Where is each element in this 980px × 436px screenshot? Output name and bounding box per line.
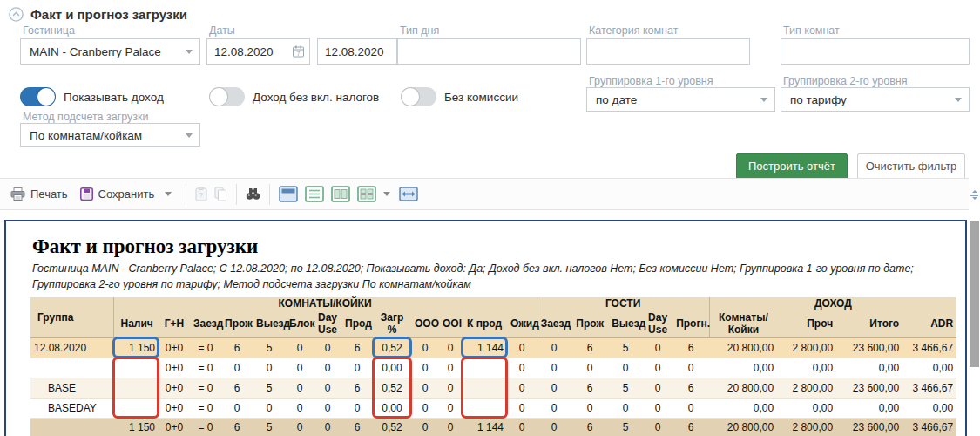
room-type-field[interactable] bbox=[781, 38, 970, 65]
toggle-show-income[interactable]: Показывать доход bbox=[20, 87, 164, 106]
toggle-income-no-tax[interactable]: Доход без вкл. налогов bbox=[209, 87, 379, 106]
printer-icon bbox=[10, 187, 25, 201]
table-cell: 0+0 bbox=[159, 378, 190, 398]
page-header-view-button[interactable] bbox=[279, 186, 298, 202]
table-cell: 6 bbox=[341, 337, 373, 358]
grouping1-select[interactable]: по дате bbox=[586, 87, 775, 112]
toggle-switch[interactable] bbox=[209, 87, 245, 106]
table-cell bbox=[462, 398, 507, 418]
room-category-input[interactable] bbox=[587, 39, 749, 64]
chevron-down-icon[interactable] bbox=[383, 192, 390, 196]
table-cell: 20 800,00 bbox=[709, 337, 777, 358]
column-header: Прогн. bbox=[672, 310, 709, 337]
clear-filter-button[interactable]: Очистить фильтр bbox=[857, 153, 965, 179]
grouping2-select[interactable]: по тарифу bbox=[781, 87, 970, 112]
table-cell: 23 600,00 bbox=[836, 378, 902, 398]
table-cell: 0 bbox=[314, 358, 341, 378]
table-cell bbox=[30, 418, 113, 436]
table-cell: 0 bbox=[439, 398, 462, 418]
table-row: 1 1500+0= 0650060,52001 14400650620 800,… bbox=[30, 418, 956, 436]
table-cell: 6 bbox=[341, 418, 373, 436]
table-cell: 0 bbox=[286, 418, 314, 436]
table-cell: 1 150 bbox=[113, 337, 159, 358]
copy-icon bbox=[214, 187, 227, 201]
table-cell: 0 bbox=[608, 358, 643, 378]
single-page-view-button[interactable] bbox=[305, 186, 324, 202]
chevron-down-icon bbox=[955, 98, 962, 102]
table-cell: 0 bbox=[221, 398, 253, 418]
table-cell: 0 bbox=[439, 358, 462, 378]
table-cell: 0,00 bbox=[777, 358, 836, 378]
toggle-no-commission[interactable]: Без комиссии bbox=[401, 87, 518, 106]
table-cell: 0 bbox=[507, 358, 537, 378]
date-from-field[interactable]: 7 bbox=[206, 38, 310, 65]
room-category-field[interactable] bbox=[586, 38, 750, 65]
table-cell: 0,52 bbox=[373, 418, 411, 436]
table-cell: 0 bbox=[286, 398, 314, 418]
table-cell: 20 800,00 bbox=[709, 378, 777, 398]
table-cell: 6 bbox=[571, 418, 608, 436]
calendar-icon[interactable]: 7 bbox=[293, 45, 304, 58]
column-header: Проч bbox=[777, 310, 836, 337]
day-type-input[interactable] bbox=[398, 39, 580, 64]
report-viewer: Факт и прогноз загрузки Гостиница MAIN -… bbox=[4, 220, 967, 436]
table-cell: 0 bbox=[608, 398, 643, 418]
table-cell: 0 bbox=[314, 378, 341, 398]
find-button[interactable] bbox=[246, 187, 260, 201]
date-to-field[interactable] bbox=[317, 38, 397, 65]
copy-button[interactable] bbox=[214, 187, 227, 201]
column-header: ООI bbox=[439, 310, 462, 337]
save-button[interactable]: Сохранить bbox=[80, 187, 172, 201]
build-report-button[interactable]: Построить отчёт bbox=[736, 153, 848, 179]
table-row: BASE0+0= 0650060,520000650620 800,002 80… bbox=[30, 378, 956, 398]
splitter-handle[interactable] bbox=[970, 190, 979, 201]
table-cell: 3 466,67 bbox=[902, 378, 956, 398]
scrollbar-thumb[interactable] bbox=[970, 221, 979, 367]
paste-button[interactable]: ? bbox=[195, 187, 207, 201]
multi-page-view-button[interactable] bbox=[357, 186, 376, 202]
table-cell: 3 466,67 bbox=[902, 418, 956, 436]
print-button[interactable]: Печать bbox=[10, 187, 68, 201]
two-page-view-button[interactable] bbox=[331, 186, 350, 202]
table-cell: 0,00 bbox=[373, 398, 411, 418]
grouping1-label: Группировка 1-го уровня bbox=[589, 75, 713, 87]
toggle-switch[interactable] bbox=[401, 87, 436, 106]
dates-label: Даты bbox=[209, 24, 235, 37]
column-header: Выезд bbox=[608, 310, 643, 337]
day-type-field[interactable] bbox=[397, 38, 581, 65]
date-from-input[interactable] bbox=[207, 39, 293, 64]
table-cell: 0 bbox=[537, 337, 571, 358]
toolbar-separator bbox=[236, 184, 237, 205]
print-label: Печать bbox=[30, 187, 68, 201]
table-cell: 5 bbox=[253, 337, 286, 358]
method-select[interactable]: По комнатам/койкам bbox=[20, 123, 200, 147]
room-type-input[interactable] bbox=[781, 39, 969, 64]
fit-width-button[interactable] bbox=[399, 187, 418, 201]
column-header: Day Use bbox=[314, 310, 341, 337]
table-cell bbox=[30, 358, 113, 378]
column-header: Налич bbox=[113, 310, 159, 337]
filter-panel-header: Факт и прогноз загрузки bbox=[9, 7, 187, 22]
fit-width-icon bbox=[399, 187, 418, 201]
table-cell: 2 800,00 bbox=[777, 418, 836, 436]
date-to-input[interactable] bbox=[318, 39, 396, 64]
toolbar-separator bbox=[186, 184, 186, 205]
column-header: Прож bbox=[221, 310, 253, 337]
column-header: Заезд bbox=[190, 310, 221, 337]
toggle-switch[interactable] bbox=[20, 87, 56, 106]
table-cell: 0 bbox=[286, 358, 314, 378]
collapse-panel-icon[interactable] bbox=[9, 7, 24, 22]
toggle-label: Показывать доход bbox=[64, 91, 164, 104]
table-cell bbox=[113, 358, 159, 378]
table-cell: 2 800,00 bbox=[777, 378, 836, 398]
table-cell: 0,00 bbox=[836, 358, 902, 378]
vertical-scrollbar[interactable] bbox=[969, 178, 980, 436]
table-cell: 6 bbox=[221, 418, 253, 436]
table-cell: 0 bbox=[411, 337, 439, 358]
hotel-select[interactable]: MAIN - Cranberry Palace bbox=[20, 38, 200, 65]
table-cell: 0,00 bbox=[902, 358, 956, 378]
table-cell: 1 144 bbox=[462, 337, 507, 358]
table-cell: 6 bbox=[341, 378, 373, 398]
table-cell: 0+0 bbox=[159, 418, 190, 436]
chevron-down-icon bbox=[186, 50, 193, 54]
